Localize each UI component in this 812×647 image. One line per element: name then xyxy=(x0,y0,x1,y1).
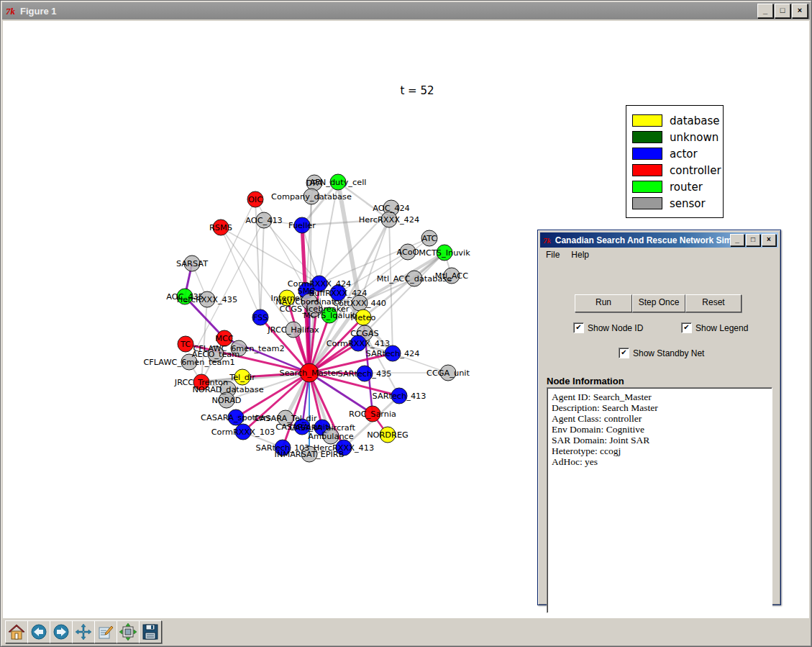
home-icon xyxy=(8,623,25,641)
svg-text:7k: 7k xyxy=(543,235,552,244)
node-info-line: Description: Search Master xyxy=(552,402,767,413)
reset-button[interactable]: Reset xyxy=(685,294,742,312)
graph-node-label: ROC_Sarnia xyxy=(349,410,396,419)
graph-node-label: CFLAWC_6men_team1 xyxy=(143,358,234,367)
subplots-button[interactable] xyxy=(117,620,140,643)
close-icon[interactable]: × xyxy=(762,234,776,246)
run-button[interactable]: Run xyxy=(575,294,632,312)
legend-item: controller xyxy=(632,163,717,177)
graph-node-label: MCTS_Iqaluit xyxy=(304,311,356,320)
graph-legend: database unknown actor controller router… xyxy=(626,105,724,218)
graph-node-label: SARtech_424 xyxy=(366,349,420,358)
graph-node-label: AOC_424 xyxy=(373,204,410,213)
node-info-line: Agent Class: controller xyxy=(552,413,767,424)
graph-edge xyxy=(201,299,207,382)
menu-help[interactable]: Help xyxy=(565,248,595,261)
tk-icon: 7k xyxy=(543,235,552,245)
simulation-control-window: 7k Canadian Search And Rescue Network Si… xyxy=(537,230,781,605)
legend-swatch-unknown xyxy=(632,131,662,143)
graph-node-label: NORDREG xyxy=(367,430,409,440)
legend-item: database xyxy=(632,114,717,127)
node-info-line: AdHoc: yes xyxy=(552,456,767,467)
subwindow-title: Canadian Search And Rescue Network Simul… xyxy=(555,235,730,245)
maximize-icon[interactable]: □ xyxy=(746,234,760,246)
node-information-text[interactable]: Agent ID: Search_Master Description: Sea… xyxy=(547,387,772,613)
zoom-button[interactable] xyxy=(94,620,117,643)
legend-swatch-database xyxy=(632,114,662,127)
matplotlib-toolbar xyxy=(3,619,809,645)
legend-item: router xyxy=(632,180,717,194)
node-info-line: Env Domain: Cognitive xyxy=(552,424,767,435)
save-icon xyxy=(142,623,159,641)
graph-node-label: SARSAT xyxy=(176,259,208,268)
graph-node-label: HercRXXX_424 xyxy=(359,215,419,225)
graph-node-label: HercRXXX_413 xyxy=(314,443,374,453)
graph-node-label: SARtech_435 xyxy=(338,369,392,379)
back-button[interactable] xyxy=(27,620,50,643)
graph-node-label: Mtl_ACC_database xyxy=(377,274,452,284)
graph-node-label: NORAD_database xyxy=(192,385,263,394)
graph-node-label: OIC xyxy=(248,195,263,204)
zoom-to-rect-icon xyxy=(97,623,114,641)
graph-edge xyxy=(260,220,264,317)
graph-node-label: Fueller xyxy=(288,221,316,230)
show-legend-checkbox[interactable]: ✔ Show Legend xyxy=(681,322,748,333)
save-button[interactable] xyxy=(139,620,162,643)
checkbox-check-icon[interactable]: ✔ xyxy=(681,322,692,333)
node-info-line: SAR Domain: Joint SAR xyxy=(552,435,767,445)
graph-node-label: Meteo xyxy=(351,313,376,322)
graph-node-label: JRCC_Halifax xyxy=(267,325,319,335)
figure-window: { "window": { "title": "Figure 1", "icon… xyxy=(0,0,812,647)
legend-item: unknown xyxy=(632,130,717,144)
configure-subplots-icon xyxy=(119,623,137,641)
legend-item: sensor xyxy=(632,196,717,210)
graph-node-label: ACoO xyxy=(396,248,419,257)
graph-node-label: NORAD xyxy=(211,396,241,405)
graph-node-label: CCGAS xyxy=(350,329,378,338)
graph-node-label: CormRXXX_103 xyxy=(211,427,275,437)
show-node-id-checkbox[interactable]: ✔ Show Node ID xyxy=(573,322,643,333)
node-information-heading: Node Information xyxy=(547,376,624,386)
menu-file[interactable]: File xyxy=(540,248,565,261)
forward-icon xyxy=(53,623,70,641)
minimize-icon[interactable]: _ xyxy=(730,234,744,246)
home-button[interactable] xyxy=(5,620,28,643)
graph-node-label: CCGA_unit xyxy=(426,368,470,378)
legend-swatch-controller xyxy=(632,164,662,176)
graph-node-label: HercRXXX_435 xyxy=(177,295,237,304)
legend-swatch-router xyxy=(632,181,662,193)
legend-swatch-actor xyxy=(632,148,662,160)
legend-item: actor xyxy=(632,147,717,160)
graph-node-label: FSS xyxy=(253,313,268,322)
graph-node-label: Tel_dir xyxy=(229,373,255,382)
graph-node-label: ATC xyxy=(422,234,437,243)
show-standby-net-checkbox[interactable]: ✔ Show Standby Net xyxy=(619,348,704,358)
graph-node-label: TC xyxy=(180,340,191,349)
graph-node-label: AOC_413 xyxy=(245,216,283,225)
graph-node-label: MCC xyxy=(215,334,234,343)
pan-icon xyxy=(75,623,92,641)
graph-node-label: Company_database xyxy=(271,192,352,202)
node-info-line: Heterotype: ccogj xyxy=(552,445,767,456)
graph-node-label: AFN_duty_cell xyxy=(310,178,367,187)
graph-node-label: SARtech_413 xyxy=(373,392,426,401)
node-info-line: Agent ID: Search_Master xyxy=(552,392,767,402)
checkbox-check-icon[interactable]: ✔ xyxy=(619,348,629,358)
menubar: File Help xyxy=(540,248,778,262)
forward-button[interactable] xyxy=(50,620,73,643)
subwindow-titlebar[interactable]: 7k Canadian Search And Rescue Network Si… xyxy=(540,232,778,248)
graph-node-label: Search_Master xyxy=(279,368,339,378)
checkbox-check-icon[interactable]: ✔ xyxy=(573,322,584,333)
graph-node-label: MCTS_Inuvik xyxy=(419,248,470,258)
graph-node-label: RSMS xyxy=(209,223,232,232)
graph-node-label: CormRXXX_413 xyxy=(327,339,391,348)
pan-button[interactable] xyxy=(72,620,95,643)
legend-swatch-sensor xyxy=(632,197,662,209)
step-once-button[interactable]: Step Once xyxy=(632,294,685,312)
back-icon xyxy=(30,623,47,641)
graph-node-label: Ambulance xyxy=(308,432,353,441)
